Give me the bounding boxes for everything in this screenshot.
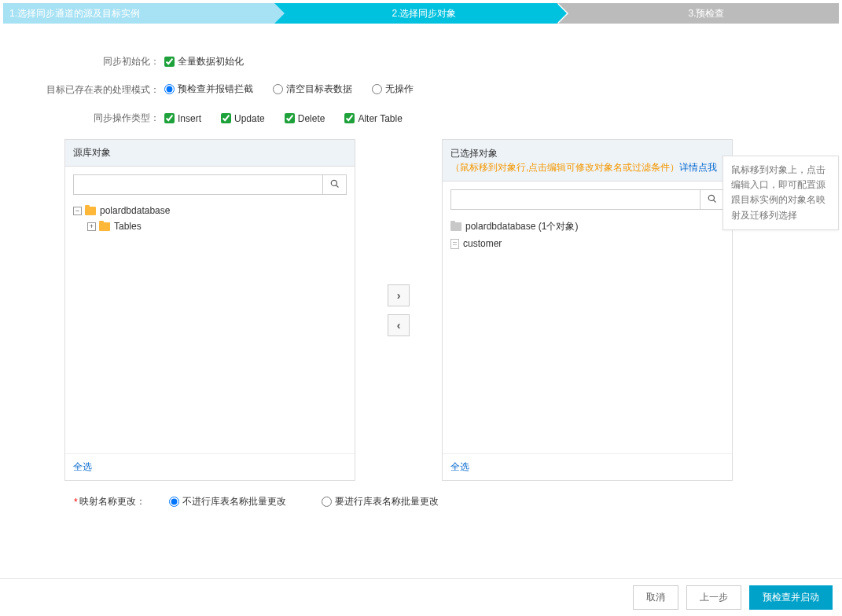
source-tree-child[interactable]: + Tables [73,218,347,234]
source-panel-title: 源库对象 [73,146,111,160]
expand-icon[interactable]: + [87,222,96,231]
checkbox-full-init-input[interactable] [164,57,175,67]
rename-label: 映射名称更改： [79,495,145,508]
source-tree-root[interactable]: − polardbdatabase [73,203,347,218]
footer: 取消 上一步 预检查并启动 [0,578,842,616]
radio-clear-label: 清空目标表数据 [286,82,352,96]
target-panel-link[interactable]: 详情点我 [679,160,717,174]
radio-noop-input[interactable] [372,84,382,94]
source-child-label: Tables [114,221,142,232]
target-search-button[interactable] [700,190,723,209]
folder-icon [99,222,110,231]
checkbox-alter-label: Alter Table [358,113,402,124]
checkbox-update-label: Update [234,113,265,124]
ops-label: 同步操作类型： [3,112,164,125]
tooltip-text: 鼠标移到对象上，点击编辑入口，即可配置源跟目标实例的对象名映射及迁移列选择 [731,164,825,221]
radio-no-rename[interactable]: 不进行库表名称批量更改 [169,495,286,508]
target-panel-footer: 全选 [443,453,732,480]
step-1[interactable]: 1.选择同步通道的源及目标实例 [3,3,274,24]
radio-clear-input[interactable] [273,84,283,94]
step-3-label: 3.预检查 [688,7,724,20]
radio-noop-label: 无操作 [385,82,414,96]
checkbox-delete-input[interactable] [285,113,295,123]
document-icon [450,239,459,249]
checkbox-insert-input[interactable] [164,113,175,123]
folder-icon [85,207,96,215]
source-panel-header: 源库对象 [65,140,355,167]
checkbox-insert[interactable]: Insert [164,113,201,124]
step-2[interactable]: 2.选择同步对象 [274,3,557,24]
chevron-left-icon: ‹ [397,319,401,332]
checkbox-alter-input[interactable] [344,113,355,123]
target-search-input[interactable] [451,190,700,209]
checkbox-update[interactable]: Update [221,113,265,124]
init-label: 同步初始化： [3,55,164,68]
search-icon [330,179,340,191]
checkbox-delete-label: Delete [298,113,325,124]
source-tree: − polardbdatabase + Tables [65,203,355,453]
radio-do-rename-input[interactable] [322,497,332,507]
radio-noop[interactable]: 无操作 [372,82,414,96]
checkbox-delete[interactable]: Delete [285,113,325,124]
exist-label: 目标已存在表的处理模式： [3,82,164,97]
transfer-controls: › ‹ [355,139,442,481]
radio-no-rename-input[interactable] [169,497,179,507]
source-root-label: polardbdatabase [100,205,170,216]
step-wizard: 1.选择同步通道的源及目标实例 2.选择同步对象 3.预检查 [3,3,839,24]
radio-clear[interactable]: 清空目标表数据 [273,82,352,96]
source-panel-footer: 全选 [65,453,355,480]
collapse-icon[interactable]: − [73,207,82,215]
move-left-button[interactable]: ‹ [388,314,410,336]
checkbox-alter[interactable]: Alter Table [344,113,402,124]
checkbox-insert-label: Insert [178,113,201,124]
step-1-label: 1.选择同步通道的源及目标实例 [9,7,140,20]
target-panel-hint: （鼠标移到对象行,点击编辑可修改对象名或过滤条件） [450,160,679,174]
folder-icon [450,222,461,231]
checkbox-update-input[interactable] [221,113,231,123]
source-panel: 源库对象 − polardbdatabase + [64,139,355,481]
tooltip: 鼠标移到对象上，点击编辑入口，即可配置源跟目标实例的对象名映射及迁移列选择 [723,156,839,230]
radio-do-rename-label: 要进行库表名称批量更改 [335,495,439,508]
radio-no-rename-label: 不进行库表名称批量更改 [182,495,286,508]
checkbox-full-init[interactable]: 全量数据初始化 [164,55,244,68]
radio-precheck[interactable]: 预检查并报错拦截 [164,82,253,96]
precheck-start-button[interactable]: 预检查并启动 [749,585,833,610]
target-panel: 已选择对象 （鼠标移到对象行,点击编辑可修改对象名或过滤条件） 详情点我 pol… [442,139,733,481]
prev-button[interactable]: 上一步 [686,585,741,610]
source-search-input[interactable] [74,175,322,194]
chevron-right-icon: › [397,289,401,302]
target-panel-header: 已选择对象 （鼠标移到对象行,点击编辑可修改对象名或过滤条件） 详情点我 [443,140,732,182]
source-select-all[interactable]: 全选 [73,461,92,472]
target-panel-title: 已选择对象 [450,146,498,160]
radio-precheck-input[interactable] [164,84,175,94]
rename-row: * 映射名称更改： 不进行库表名称批量更改 要进行库表名称批量更改 [74,495,839,508]
target-child-label: customer [463,238,502,249]
radio-precheck-label: 预检查并报错拦截 [178,82,253,96]
target-tree-child[interactable]: customer [450,236,724,251]
search-icon [708,194,717,206]
checkbox-full-init-label: 全量数据初始化 [178,55,244,68]
target-search [450,189,724,210]
required-star: * [74,497,78,508]
target-root-label: polardbdatabase (1个对象) [465,220,578,233]
radio-do-rename[interactable]: 要进行库表名称批量更改 [322,495,439,508]
move-right-button[interactable]: › [388,284,410,306]
target-select-all[interactable]: 全选 [450,461,469,472]
source-search-button[interactable] [322,175,346,194]
step-3[interactable]: 3.预检查 [557,3,839,24]
target-tree-root[interactable]: polardbdatabase (1个对象) [450,218,724,236]
cancel-button[interactable]: 取消 [633,585,678,610]
step-2-label: 2.选择同步对象 [392,7,456,20]
source-search [73,174,347,195]
target-tree: polardbdatabase (1个对象) customer [443,218,732,453]
